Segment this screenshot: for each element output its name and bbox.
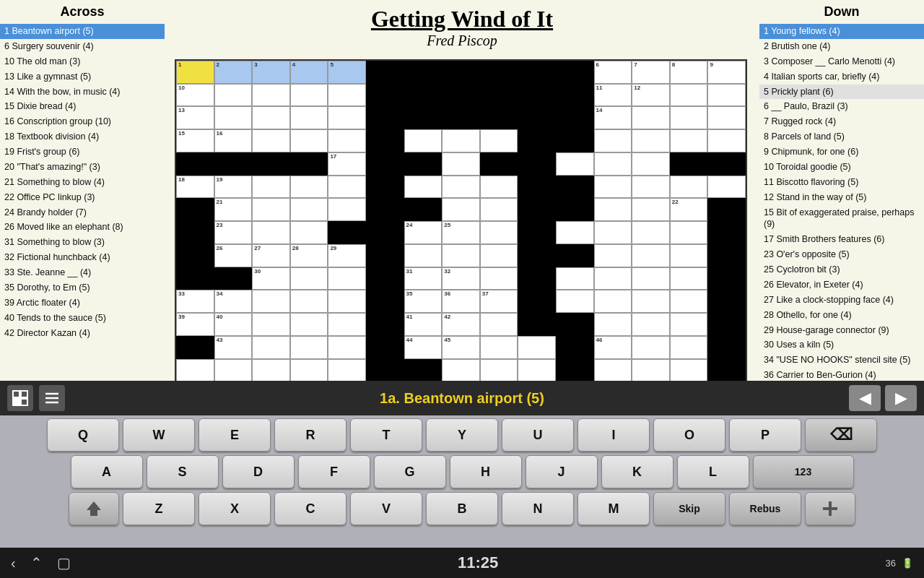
cell[interactable] <box>366 61 404 84</box>
key-skip[interactable]: Skip <box>653 492 725 525</box>
cell[interactable] <box>670 290 708 313</box>
cell[interactable]: 14 <box>594 106 632 129</box>
cell[interactable] <box>404 359 443 382</box>
cell[interactable] <box>328 106 366 129</box>
cell[interactable] <box>707 290 746 313</box>
cell[interactable]: 37 <box>480 290 518 313</box>
cell[interactable] <box>480 359 518 382</box>
cell[interactable] <box>632 106 670 129</box>
cell[interactable]: 17 <box>328 152 366 176</box>
cell[interactable] <box>214 84 253 107</box>
cell[interactable] <box>707 198 746 221</box>
cell[interactable] <box>518 84 556 107</box>
cell[interactable] <box>252 359 290 382</box>
cell[interactable] <box>707 152 746 176</box>
cell[interactable] <box>328 336 366 359</box>
key-a[interactable]: A <box>71 455 143 488</box>
down-clue-8[interactable]: 8 Parcels of land (5) <box>759 129 924 144</box>
cell[interactable]: 3 <box>252 61 290 84</box>
down-clue-12[interactable]: 12 Stand in the way of (5) <box>759 190 924 205</box>
across-clue-16[interactable]: 16 Conscription group (10) <box>0 114 165 129</box>
down-clue-26[interactable]: 26 Elevator, in Exeter (4) <box>759 277 924 293</box>
cell[interactable] <box>442 61 480 84</box>
key-rebus[interactable]: Rebus <box>729 492 801 525</box>
cell[interactable] <box>556 244 594 267</box>
cell[interactable] <box>366 84 404 107</box>
key-l[interactable]: L <box>677 455 749 488</box>
cell[interactable] <box>707 244 746 267</box>
across-clue-39[interactable]: 39 Arctic floater (4) <box>0 296 165 311</box>
down-clue-7[interactable]: 7 Rugged rock (4) <box>759 114 924 129</box>
cell[interactable] <box>594 129 632 152</box>
cell[interactable] <box>176 336 214 359</box>
cell[interactable]: 2 <box>214 61 253 84</box>
across-clue-20[interactable]: 20 "That's amazing!" (3) <box>0 160 165 175</box>
cell[interactable]: 21 <box>214 198 253 221</box>
cell[interactable] <box>556 313 594 336</box>
cell[interactable] <box>366 106 404 129</box>
cell[interactable] <box>556 61 594 84</box>
down-clue-10[interactable]: 10 Toroidal goodie (5) <box>759 160 924 175</box>
cell[interactable] <box>556 336 594 359</box>
cell[interactable] <box>632 176 670 199</box>
cell[interactable] <box>670 106 708 129</box>
cell[interactable] <box>366 359 404 382</box>
cell[interactable] <box>594 267 632 290</box>
prev-arrow[interactable]: ◀ <box>849 385 881 411</box>
cell[interactable] <box>670 244 708 267</box>
cell[interactable] <box>480 129 518 152</box>
across-clue-19[interactable]: 19 Frist's group (6) <box>0 144 165 160</box>
cell[interactable] <box>480 244 518 267</box>
cell[interactable] <box>366 221 404 244</box>
cell[interactable] <box>556 198 594 221</box>
cell[interactable]: 9 <box>707 61 746 84</box>
cell[interactable] <box>366 129 404 152</box>
key-y[interactable]: Y <box>426 418 498 452</box>
cell[interactable] <box>252 129 290 152</box>
cell[interactable] <box>518 176 556 199</box>
cell[interactable] <box>518 198 556 221</box>
cell[interactable] <box>328 290 366 313</box>
key-b[interactable]: B <box>426 492 498 525</box>
cell[interactable]: 45 <box>442 336 480 359</box>
key-t[interactable]: T <box>350 418 422 452</box>
down-clue-6[interactable]: 6 __ Paulo, Brazil (3) <box>759 99 924 114</box>
cell[interactable] <box>632 198 670 221</box>
cell[interactable]: 29 <box>328 244 366 267</box>
across-clue-35[interactable]: 35 Dorothy, to Em (5) <box>0 280 165 296</box>
down-clue-3[interactable]: 3 Composer __ Carlo Menotti (4) <box>759 54 924 69</box>
cell[interactable] <box>518 313 556 336</box>
key-v[interactable]: V <box>350 492 422 525</box>
cell[interactable]: 19 <box>214 176 253 199</box>
down-clue-27[interactable]: 27 Like a clock-stopping face (4) <box>759 293 924 308</box>
key-k[interactable]: K <box>601 455 674 488</box>
cell[interactable] <box>480 84 518 107</box>
key-cross[interactable] <box>805 492 855 525</box>
cell[interactable] <box>366 244 404 267</box>
cell[interactable] <box>632 359 670 382</box>
cell[interactable] <box>670 313 708 336</box>
cell[interactable] <box>594 313 632 336</box>
cell[interactable] <box>594 152 632 176</box>
cell[interactable] <box>594 176 632 199</box>
cell[interactable] <box>480 198 518 221</box>
down-clue-23[interactable]: 23 O'er's opposite (5) <box>759 247 924 262</box>
cell[interactable]: 5 <box>328 61 366 84</box>
cell[interactable] <box>328 176 366 199</box>
cell[interactable] <box>442 106 480 129</box>
cell[interactable] <box>252 106 290 129</box>
cell[interactable] <box>518 106 556 129</box>
cell[interactable] <box>707 221 746 244</box>
cell[interactable] <box>404 198 443 221</box>
key-f[interactable]: F <box>298 455 370 488</box>
cell[interactable] <box>404 106 443 129</box>
cell[interactable] <box>556 152 594 176</box>
cell[interactable] <box>556 106 594 129</box>
cell[interactable]: 16 <box>214 129 253 152</box>
cell[interactable] <box>670 221 708 244</box>
cell[interactable] <box>442 84 480 107</box>
cell[interactable] <box>214 152 253 176</box>
cell[interactable] <box>328 313 366 336</box>
cell[interactable] <box>290 313 328 336</box>
key-m[interactable]: M <box>578 492 650 525</box>
